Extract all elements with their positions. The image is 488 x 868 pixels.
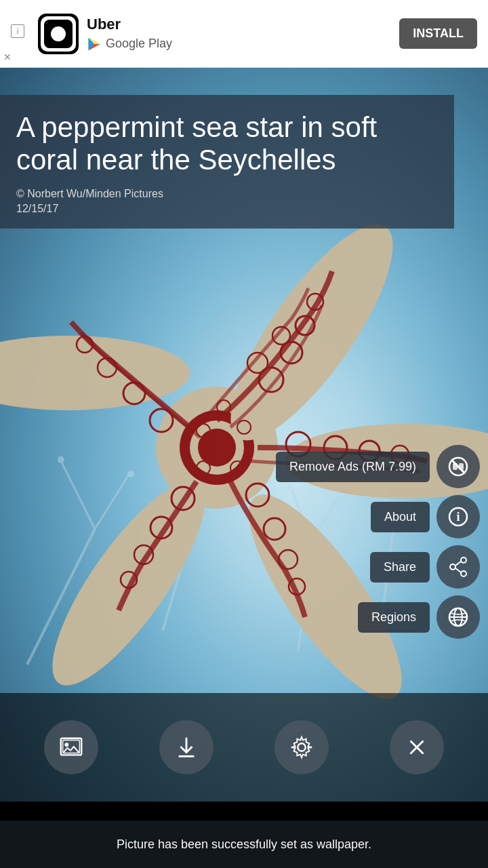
- google-play-icon: [87, 37, 102, 52]
- share-label: Share: [370, 552, 430, 583]
- share-button[interactable]: [436, 545, 480, 589]
- remove-ads-button[interactable]: [436, 445, 480, 488]
- svg-point-15: [58, 456, 64, 463]
- svg-point-67: [450, 564, 455, 570]
- share-icon: [447, 556, 469, 578]
- close-icon: [404, 734, 430, 760]
- about-label: About: [371, 502, 430, 532]
- status-bar: Picture has been successfully set as wal…: [0, 821, 488, 868]
- article-date: 12/15/17: [16, 203, 438, 215]
- bottom-toolbar: [0, 693, 488, 802]
- about-row: About i: [371, 495, 480, 538]
- main-image-area: A peppermint sea star in soft coral near…: [0, 68, 488, 802]
- remove-ads-row: Remove Ads (RM 7.99): [276, 445, 480, 488]
- article-credit: © Norbert Wu/Minden Pictures: [16, 188, 438, 200]
- action-buttons: Remove Ads (RM 7.99) About: [276, 445, 480, 639]
- status-message: Picture has been successfully set as wal…: [117, 837, 371, 852]
- close-button[interactable]: [390, 720, 444, 774]
- svg-point-68: [461, 571, 466, 576]
- ad-store-label: Google Play: [106, 37, 172, 51]
- svg-point-79: [298, 743, 305, 751]
- ad-install-button[interactable]: INSTALL: [399, 18, 477, 49]
- ad-banner: i ✕ Uber: [0, 0, 488, 68]
- globe-icon: [447, 606, 469, 628]
- settings-icon: [289, 734, 314, 760]
- no-ads-icon: [447, 456, 469, 477]
- settings-button[interactable]: [274, 720, 329, 774]
- svg-point-16: [127, 471, 134, 477]
- regions-label: Regions: [358, 602, 430, 633]
- svg-line-70: [455, 568, 461, 572]
- ad-app-name: Uber: [87, 16, 399, 33]
- ad-close-icon[interactable]: ✕: [1, 51, 14, 63]
- svg-line-6: [95, 475, 129, 529]
- article-title: A peppermint sea star in soft coral near…: [16, 111, 438, 177]
- about-button[interactable]: i: [436, 495, 480, 538]
- svg-text:i: i: [456, 510, 460, 524]
- ad-logo: [38, 14, 79, 54]
- svg-point-76: [65, 743, 69, 747]
- ad-google-play-row: Google Play: [87, 37, 399, 52]
- regions-row: Regions: [358, 595, 480, 639]
- wallpaper-button[interactable]: [44, 720, 98, 774]
- info-icon: i: [447, 506, 469, 528]
- svg-point-66: [461, 557, 466, 563]
- title-overlay: A peppermint sea star in soft coral near…: [0, 95, 454, 229]
- share-row: Share: [370, 545, 480, 589]
- svg-line-69: [455, 561, 461, 566]
- download-icon: [174, 734, 199, 760]
- remove-ads-label: Remove Ads (RM 7.99): [276, 452, 430, 482]
- regions-button[interactable]: [436, 595, 480, 639]
- svg-line-5: [61, 461, 95, 529]
- ad-info-icon[interactable]: i: [11, 24, 24, 38]
- ad-text: Uber: [87, 16, 399, 51]
- wallpaper-icon: [58, 734, 84, 760]
- download-button[interactable]: [159, 720, 214, 774]
